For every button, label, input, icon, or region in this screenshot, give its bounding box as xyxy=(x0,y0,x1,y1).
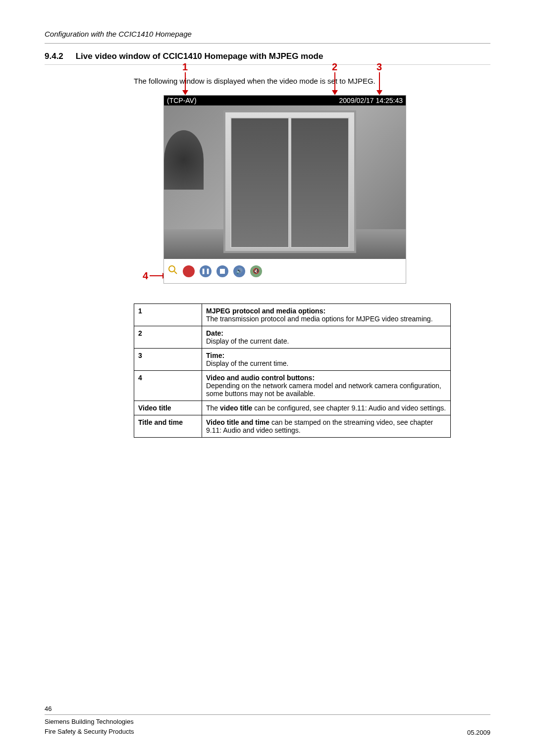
desc-bold: Video title and time xyxy=(206,418,269,426)
desc-title: MJPEG protocol and media options: xyxy=(206,307,446,315)
row-label: Title and time xyxy=(134,415,202,438)
table-row: Video title The video title can be confi… xyxy=(134,401,451,415)
protocol-label: (TCP-AV) xyxy=(167,97,197,104)
row-desc: Video title and time can be stamped on t… xyxy=(202,415,451,438)
arrow-1 xyxy=(185,72,186,91)
desc-text: Display of the current time. xyxy=(206,359,446,367)
callout-3: 3 xyxy=(376,61,382,73)
date-label: 2009/02/17 xyxy=(339,97,374,104)
row-desc: MJPEG protocol and media options: The tr… xyxy=(202,304,451,326)
callouts: 1 2 3 xyxy=(163,61,406,95)
table-row: 3 Time: Display of the current time. xyxy=(134,349,451,371)
table-row: 4 Video and audio control buttons: Depen… xyxy=(134,371,451,401)
section-heading: 9.4.2 Live video window of CCIC1410 Home… xyxy=(45,51,490,61)
zoom-icon[interactable] xyxy=(168,265,178,277)
desc-bold: video title xyxy=(220,404,252,412)
desc-prefix: The xyxy=(206,404,220,412)
arrow-3 xyxy=(379,72,380,91)
row-desc: The video title can be configured, see c… xyxy=(202,401,451,415)
pause-icon[interactable]: ❚❚ xyxy=(200,265,212,277)
row-desc: Time: Display of the current time. xyxy=(202,349,451,371)
row-label: 1 xyxy=(134,304,202,326)
desc-text: Depending on the network camera model an… xyxy=(206,382,446,398)
svg-point-0 xyxy=(169,266,175,272)
datetime-label: 2009/02/17 14:25:43 xyxy=(339,97,403,104)
control-bar: ❚❚ 🔊 🔇 xyxy=(164,259,406,283)
row-label: 2 xyxy=(134,326,202,349)
row-label: 4 xyxy=(134,371,202,401)
footer-rule xyxy=(45,714,490,715)
footer-date: 05.2009 xyxy=(467,729,490,736)
video-header-bar: (TCP-AV) 2009/02/17 14:25:43 xyxy=(164,96,406,105)
callout-2: 2 xyxy=(332,61,337,73)
row-label: Video title xyxy=(134,401,202,415)
page-footer: 46 Siemens Building Technologies Fire Sa… xyxy=(45,705,490,736)
row-desc: Video and audio control buttons: Dependi… xyxy=(202,371,451,401)
desc-text: Display of the current date. xyxy=(206,337,446,345)
table-row: 2 Date: Display of the current date. xyxy=(134,326,451,349)
row-desc: Date: Display of the current date. xyxy=(202,326,451,349)
callout-4: 4 xyxy=(143,270,148,282)
page-number: 46 xyxy=(45,705,490,712)
table-row: Title and time Video title and time can … xyxy=(134,415,451,438)
description-table: 1 MJPEG protocol and media options: The … xyxy=(134,303,451,438)
desc-text: The transmission protocol and media opti… xyxy=(206,315,446,323)
desc-title: Time: xyxy=(206,352,446,359)
svg-rect-2 xyxy=(220,269,225,274)
header-rule xyxy=(45,43,490,44)
section-title: Live video window of CCIC1410 Homepage w… xyxy=(76,51,323,61)
record-icon[interactable] xyxy=(183,265,195,277)
desc-suffix: can be configured, see chapter 9.11: Aud… xyxy=(252,404,446,412)
desc-title: Date: xyxy=(206,329,446,337)
footer-dept: Fire Safety & Security Products xyxy=(45,727,134,737)
arrow-4 xyxy=(150,275,163,276)
table-row: 1 MJPEG protocol and media options: The … xyxy=(134,304,451,326)
chapter-header: Configuration with the CCIC1410 Homepage xyxy=(45,30,490,38)
desc-title: Video and audio control buttons: xyxy=(206,374,446,382)
video-window-figure: (TCP-AV) 2009/02/17 14:25:43 ❚ xyxy=(163,95,406,284)
video-still-image xyxy=(164,105,406,259)
time-label: 14:25:43 xyxy=(376,97,403,104)
row-label: 3 xyxy=(134,349,202,371)
callout-1: 1 xyxy=(182,61,188,73)
svg-line-1 xyxy=(174,271,177,274)
footer-company: Siemens Building Technologies xyxy=(45,717,134,727)
section-number: 9.4.2 xyxy=(45,51,73,61)
arrow-2 xyxy=(334,72,335,91)
sound-icon[interactable]: 🔊 xyxy=(233,265,245,277)
mute-icon[interactable]: 🔇 xyxy=(250,265,262,277)
stop-icon[interactable] xyxy=(216,265,228,277)
